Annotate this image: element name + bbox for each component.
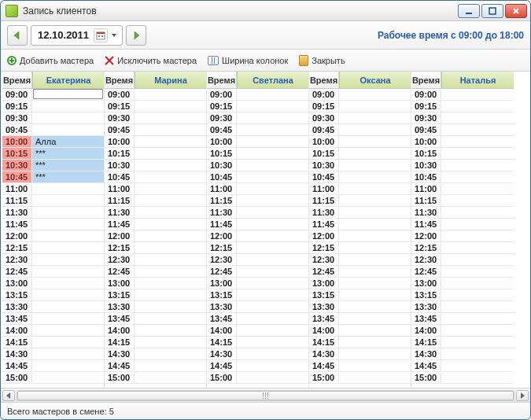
slot-cell[interactable]: Алла — [32, 136, 104, 147]
slot-cell[interactable] — [135, 195, 206, 206]
time-slot[interactable]: 10:30 — [105, 160, 206, 171]
time-slot[interactable]: 09:15 — [105, 101, 206, 112]
slot-cell[interactable] — [33, 89, 103, 99]
slot-cell[interactable] — [237, 171, 308, 182]
time-slot[interactable]: 11:00 — [105, 183, 206, 195]
slot-cell[interactable] — [32, 254, 104, 265]
slot-cell[interactable] — [32, 301, 104, 312]
slot-cell[interactable] — [339, 301, 411, 312]
time-slot[interactable]: 14:00 — [207, 325, 308, 337]
slot-cell[interactable] — [339, 337, 411, 348]
time-slot[interactable]: 10:00 — [105, 136, 206, 148]
time-slot[interactable]: 13:15 — [2, 289, 104, 301]
time-slot[interactable]: 13:30 — [2, 301, 104, 313]
time-slot[interactable]: 11:30 — [105, 207, 206, 219]
time-slot[interactable]: 12:15 — [2, 242, 104, 254]
slot-cell[interactable]: *** — [32, 171, 104, 182]
slot-cell[interactable] — [237, 124, 308, 135]
time-slot[interactable]: 12:15 — [309, 242, 411, 254]
time-slot[interactable]: 11:30 — [2, 207, 104, 219]
time-slot[interactable]: 14:45 — [411, 360, 514, 372]
slot-cell[interactable] — [339, 254, 411, 265]
time-slot[interactable]: 12:30 — [2, 254, 104, 266]
column-master-header[interactable]: Марина — [135, 72, 206, 88]
slot-cell[interactable] — [339, 136, 411, 147]
slot-cell[interactable]: *** — [32, 160, 104, 171]
time-slot[interactable]: 11:00 — [2, 183, 104, 195]
slot-cell[interactable] — [441, 278, 514, 289]
slot-cell[interactable] — [237, 254, 308, 265]
slot-cell[interactable] — [237, 337, 308, 348]
column-time-header[interactable]: Время — [207, 72, 237, 88]
slot-cell[interactable] — [339, 219, 411, 230]
slot-cell[interactable] — [135, 337, 206, 348]
time-slot[interactable]: 13:30 — [411, 301, 514, 313]
time-slot[interactable]: 13:00 — [411, 278, 514, 289]
time-slot[interactable]: 09:00 — [207, 89, 308, 101]
exclude-master-button[interactable]: Исключить мастера — [105, 56, 197, 65]
time-slot[interactable]: 09:30 — [309, 112, 411, 124]
slot-cell[interactable] — [237, 219, 308, 230]
slot-cell[interactable] — [135, 101, 206, 112]
time-slot[interactable]: 10:00 — [207, 136, 308, 148]
slot-cell[interactable] — [441, 148, 514, 159]
time-slot[interactable]: 09:00 — [411, 89, 514, 101]
slot-cell[interactable] — [441, 289, 514, 300]
time-slot[interactable]: 13:15 — [411, 289, 514, 301]
time-slot[interactable]: 13:45 — [207, 313, 308, 325]
slot-cell[interactable] — [339, 148, 411, 159]
slot-cell[interactable] — [441, 136, 514, 147]
slot-cell[interactable] — [339, 230, 411, 241]
slot-cell[interactable] — [135, 242, 206, 253]
slot-cell[interactable] — [135, 160, 206, 171]
calendar-icon[interactable] — [94, 28, 108, 42]
date-dropdown-icon[interactable] — [109, 32, 119, 39]
slot-cell[interactable] — [237, 313, 308, 324]
slot-cell[interactable] — [135, 266, 206, 277]
time-slot[interactable]: 09:45 — [2, 124, 104, 136]
slot-cell[interactable] — [237, 289, 308, 300]
time-slot[interactable]: 13:00 — [2, 278, 104, 289]
time-slot[interactable]: 13:45 — [411, 313, 514, 325]
time-slot[interactable]: 11:00 — [207, 183, 308, 195]
slot-cell[interactable] — [237, 89, 308, 100]
slot-cell[interactable] — [441, 337, 514, 348]
slot-cell[interactable] — [441, 183, 514, 194]
scroll-thumb[interactable]: !!! — [17, 391, 514, 400]
time-slot[interactable]: 10:30 — [411, 160, 514, 171]
slot-cell[interactable] — [135, 89, 206, 100]
slot-cell[interactable] — [237, 348, 308, 359]
slot-cell[interactable] — [237, 101, 308, 112]
toolbar-close-button[interactable]: Закрыть — [299, 55, 345, 66]
time-slot[interactable]: 14:00 — [411, 325, 514, 337]
slot-cell[interactable] — [32, 360, 104, 371]
slot-cell[interactable] — [135, 254, 206, 265]
slot-cell[interactable] — [339, 348, 411, 359]
slot-cell[interactable] — [135, 278, 206, 289]
slot-cell[interactable] — [441, 313, 514, 324]
time-slot[interactable]: 13:30 — [207, 301, 308, 313]
slot-cell[interactable] — [441, 195, 514, 206]
slot-cell[interactable] — [237, 160, 308, 171]
slot-cell[interactable] — [441, 219, 514, 230]
time-slot[interactable]: 14:30 — [309, 348, 411, 360]
time-slot[interactable]: 09:30 — [207, 112, 308, 124]
slot-cell[interactable] — [32, 242, 104, 253]
slot-cell[interactable] — [32, 207, 104, 218]
slot-cell[interactable] — [339, 325, 411, 336]
time-slot[interactable]: 13:00 — [309, 278, 411, 289]
column-time-header[interactable]: Время — [2, 72, 32, 88]
time-slot[interactable]: 09:30 — [2, 112, 104, 124]
slot-cell[interactable] — [135, 183, 206, 194]
scroll-track[interactable]: !!! — [17, 390, 514, 401]
scroll-left-button[interactable] — [2, 390, 15, 401]
time-slot[interactable]: 11:45 — [207, 219, 308, 230]
slot-cell[interactable] — [237, 325, 308, 336]
column-master-header[interactable]: Светлана — [237, 72, 308, 88]
slot-cell[interactable] — [339, 278, 411, 289]
time-slot[interactable]: 13:45 — [309, 313, 411, 325]
time-slot[interactable]: 14:45 — [105, 360, 206, 372]
slot-cell[interactable] — [237, 242, 308, 253]
slot-cell[interactable] — [135, 360, 206, 371]
time-slot[interactable]: 13:45 — [2, 313, 104, 325]
